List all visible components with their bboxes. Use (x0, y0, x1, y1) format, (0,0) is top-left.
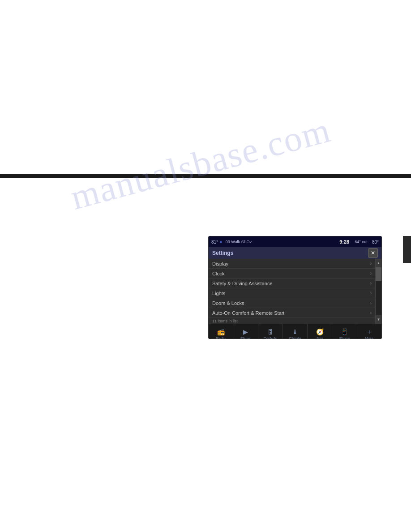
controls-icon: 🎛 (267, 328, 274, 335)
nav-item-phone[interactable]: 📱 Phone (332, 324, 357, 339)
radio-label: Radio (216, 336, 226, 339)
menu-area: Display › Clock › Safety & Driving Assis… (209, 259, 381, 324)
more-label: More (365, 336, 373, 339)
climate-label: Climate (289, 336, 301, 339)
outside-temp: 64° out (355, 240, 368, 244)
temp-right: 80° (372, 240, 379, 245)
nav-icon: 🧭 (316, 328, 324, 335)
menu-list: Display › Clock › Safety & Driving Assis… (209, 259, 375, 324)
more-icon: + (368, 328, 371, 335)
nav-item-player[interactable]: ▶ Player (233, 324, 258, 339)
settings-header: Settings ✕ (209, 247, 381, 259)
menu-item-lights[interactable]: Lights › (209, 288, 375, 298)
player-icon: ▶ (243, 328, 248, 335)
items-count: 11 items in list (209, 318, 375, 324)
scrollbar[interactable]: ▲ ▼ (375, 259, 381, 324)
controls-label: Controls (264, 336, 277, 339)
track-info: 03 Walk All Ov... (226, 240, 333, 244)
temp-left: 81° (211, 240, 218, 245)
phone-icon: 📱 (341, 328, 348, 335)
menu-item-doors-and-locks[interactable]: Doors & Locks › (209, 298, 375, 308)
nav-label: Nav (317, 336, 323, 339)
bluetooth-icon: ♦ (220, 240, 222, 244)
nav-item-radio[interactable]: 📻 Radio (209, 324, 233, 339)
menu-item-safety-and-driving-assistance[interactable]: Safety & Driving Assistance › (209, 279, 375, 288)
right-edge-tab (403, 236, 411, 263)
menu-item-clock[interactable]: Clock › (209, 269, 375, 279)
nav-item-nav[interactable]: 🧭 Nav (308, 324, 332, 339)
nav-item-controls[interactable]: 🎛 Controls (258, 324, 283, 339)
phone-label: Phone (339, 336, 350, 339)
scroll-up-button[interactable]: ▲ (376, 259, 382, 268)
scroll-down-button[interactable]: ▼ (376, 315, 382, 324)
clock-display: 9:28 (339, 239, 349, 245)
player-label: Player (240, 336, 251, 339)
scroll-thumb (376, 268, 382, 281)
section-divider (0, 174, 411, 178)
nav-item-more[interactable]: + More (357, 324, 381, 339)
watermark: manualsbase.com (66, 109, 335, 218)
close-button[interactable]: ✕ (368, 248, 378, 258)
settings-title: Settings (212, 250, 368, 256)
car-ui-screen: 81° ♦ 03 Walk All Ov... 9:28 64° out 80°… (208, 236, 382, 339)
status-bar: 81° ♦ 03 Walk All Ov... 9:28 64° out 80° (209, 236, 381, 247)
nav-bar: 📻 Radio ▶ Player 🎛 Controls 🌡 Climate 🧭 … (209, 324, 381, 339)
scroll-track (376, 268, 382, 315)
menu-item-auto-on-comfort-and-remote-start[interactable]: Auto-On Comfort & Remote Start › (209, 308, 375, 318)
climate-icon: 🌡 (292, 328, 298, 335)
menu-item-display[interactable]: Display › (209, 259, 375, 269)
nav-item-climate[interactable]: 🌡 Climate (283, 324, 308, 339)
radio-icon: 📻 (217, 328, 225, 335)
